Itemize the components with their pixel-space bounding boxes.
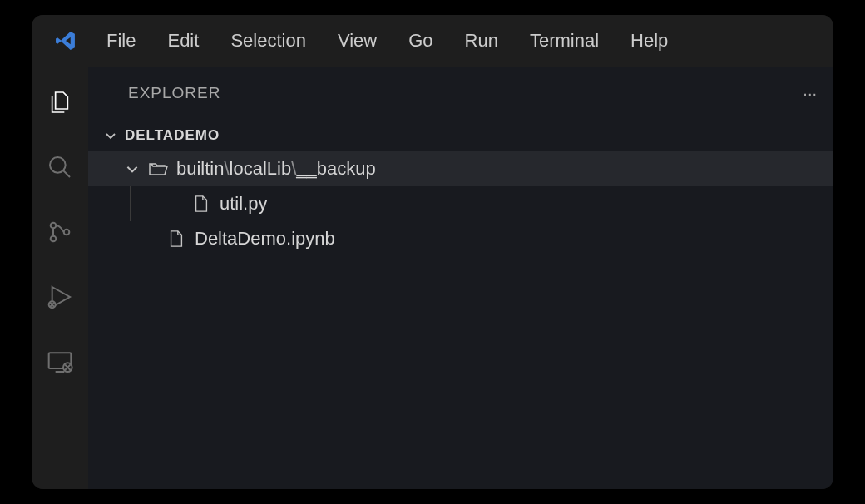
menu-edit[interactable]: Edit xyxy=(167,30,199,52)
menu-file[interactable]: File xyxy=(106,30,136,52)
folder-row-backup[interactable]: builtin\localLib\__backup xyxy=(88,151,833,186)
svg-line-1 xyxy=(63,170,70,177)
file-icon xyxy=(190,193,212,215)
search-icon[interactable] xyxy=(46,153,74,181)
file-label: DeltaDemo.ipynb xyxy=(195,228,335,250)
titlebar: File Edit Selection View Go Run Terminal… xyxy=(32,15,833,67)
run-debug-icon[interactable] xyxy=(46,283,74,311)
svg-point-2 xyxy=(51,223,57,229)
activity-bar xyxy=(32,67,88,489)
svg-point-0 xyxy=(50,157,66,173)
sidebar-title: EXPLORER xyxy=(128,84,220,102)
workspace-name: DELTADEMO xyxy=(125,127,220,144)
workspace-header[interactable]: DELTADEMO xyxy=(88,120,833,151)
chevron-down-icon xyxy=(125,161,140,176)
folder-open-icon xyxy=(147,158,169,180)
file-row-util[interactable]: util.py xyxy=(88,186,833,221)
menu-go[interactable]: Go xyxy=(408,30,432,52)
menu-bar: File Edit Selection View Go Run Terminal… xyxy=(106,30,668,52)
menu-selection[interactable]: Selection xyxy=(230,30,306,52)
file-tree: builtin\localLib\__backup util.py xyxy=(88,151,833,489)
vscode-logo-icon xyxy=(55,30,77,52)
svg-point-3 xyxy=(51,236,57,242)
file-icon xyxy=(166,228,187,250)
svg-point-4 xyxy=(64,230,70,235)
remote-icon[interactable] xyxy=(46,348,74,376)
menu-view[interactable]: View xyxy=(338,30,377,52)
menu-run[interactable]: Run xyxy=(465,30,498,52)
folder-label: builtin\localLib\__backup xyxy=(176,158,376,180)
window-body: EXPLORER ··· DELTADEMO xyxy=(32,67,833,489)
file-row-deltademo[interactable]: DeltaDemo.ipynb xyxy=(88,221,833,256)
sidebar-header: EXPLORER ··· xyxy=(88,67,833,120)
tree-guide xyxy=(130,186,131,221)
sidebar-actions-icon[interactable]: ··· xyxy=(803,84,817,103)
explorer-icon[interactable] xyxy=(46,88,74,116)
chevron-down-icon xyxy=(103,128,118,143)
source-control-icon[interactable] xyxy=(46,218,74,246)
menu-help[interactable]: Help xyxy=(630,30,668,52)
explorer-sidebar: EXPLORER ··· DELTADEMO xyxy=(88,67,833,489)
app-window: File Edit Selection View Go Run Terminal… xyxy=(32,15,833,489)
menu-terminal[interactable]: Terminal xyxy=(530,30,599,52)
file-label: util.py xyxy=(220,193,267,215)
